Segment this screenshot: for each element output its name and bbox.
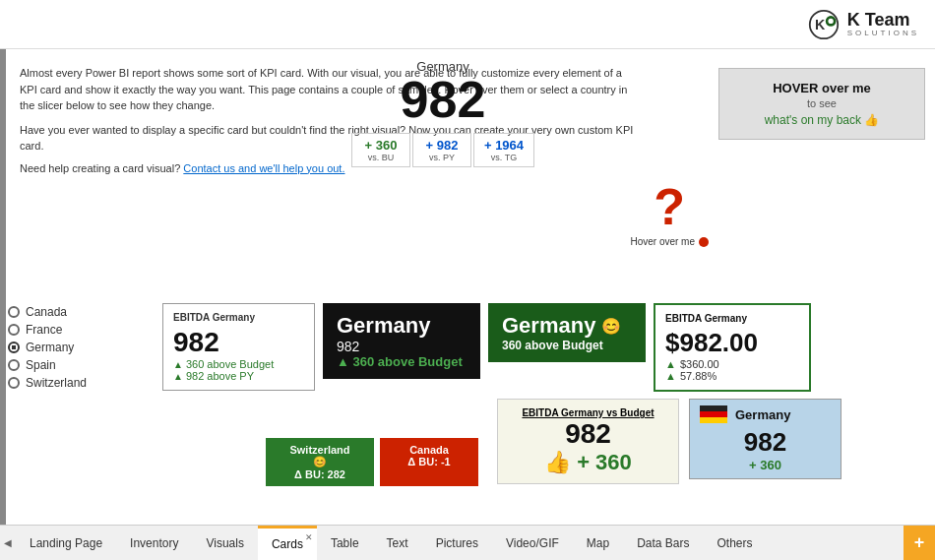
tab-video-gif[interactable]: Video/GIF [492, 526, 573, 560]
logo-icon: K [808, 9, 840, 40]
tab-cards[interactable]: Cards ✕ [258, 526, 317, 560]
card-sm2-delta: Δ BU: -1 [388, 456, 470, 467]
smiley-icon: 😊 [601, 317, 621, 336]
tab-cards-close[interactable]: ✕ [305, 532, 313, 542]
logo-name: K Team [847, 11, 919, 29]
tab-add-button[interactable]: + [904, 526, 935, 560]
hover-box-title: HOVER over me [735, 81, 908, 95]
card4-sub1: ▲ $360.00 [665, 358, 799, 370]
card-germany-black[interactable]: Germany 982 ▲ 360 above Budget [323, 303, 480, 379]
tab-left-arrow[interactable]: ◀ [0, 526, 16, 560]
logo-subtitle: SOLUTIONS [847, 29, 919, 37]
tab-visuals[interactable]: Visuals [192, 526, 257, 560]
ebitda-card-title: EBITDA Germany vs Budget [512, 407, 664, 418]
logo-area: K K Team SOLUTIONS [808, 9, 919, 40]
tab-landing-page[interactable]: Landing Page [16, 526, 116, 560]
smiley-sm-icon: 😊 [313, 456, 327, 468]
card2-value: 982 [337, 339, 467, 354]
arrow-up-icon2: ▲ [173, 371, 183, 382]
card4-title: EBITDA Germany [665, 313, 799, 324]
kpi-badge-py: + 982 vs. PY [412, 133, 471, 167]
tab-others[interactable]: Others [704, 526, 767, 560]
slicer-label-germany: Germany [26, 341, 74, 354]
badge-py-label: vs. PY [423, 153, 461, 162]
left-sidebar-bar [0, 49, 6, 531]
tabbar: ◀ Landing Page Inventory Visuals Cards ✕… [0, 525, 935, 560]
radio-canada[interactable] [8, 306, 20, 318]
badge-bu-label: vs. BU [362, 153, 400, 162]
ebitda-vs-budget-card[interactable]: EBITDA Germany vs Budget 982 👍 + 360 [497, 399, 679, 484]
arrow-green-icon2: ▲ [665, 358, 676, 370]
hover-box-sub: to see [735, 97, 908, 109]
card2-name: Germany [337, 313, 467, 339]
hover-box[interactable]: HOVER over me to see what's on my back 👍 [718, 68, 925, 140]
question-hover-area[interactable]: ? Hover over me [630, 177, 709, 247]
ebitda-card-value: 982 [512, 418, 664, 450]
slicer-label-switzerland: Switzerland [26, 376, 87, 390]
card1-value: 982 [173, 327, 304, 358]
slicer-label-spain: Spain [26, 358, 56, 372]
topbar: K K Team SOLUTIONS [0, 0, 935, 49]
card-germany-green[interactable]: Germany 😊 360 above Budget [488, 303, 646, 362]
kpi-badge-tg: + 1964 vs. TG [473, 133, 534, 167]
badge-tg-label: vs. TG [484, 153, 524, 162]
slicer-item-france[interactable]: France [8, 323, 87, 337]
card-switzerland-small[interactable]: Switzerland 😊 Δ BU: 282 [266, 438, 374, 486]
radio-france[interactable] [8, 324, 20, 336]
bottom-small-cards: Switzerland 😊 Δ BU: 282 Canada Δ BU: -1 [266, 438, 478, 486]
logo-text-area: K Team SOLUTIONS [847, 11, 919, 37]
flag-card-country: Germany [735, 407, 790, 422]
card3-header: Germany 😊 [502, 313, 621, 339]
kpi-value: 982 [315, 74, 571, 125]
tab-table[interactable]: Table [317, 526, 373, 560]
question-mark-icon: ? [654, 177, 685, 236]
hover-label: Hover over me [630, 236, 709, 247]
arrow-up-icon1: ▲ [173, 359, 183, 370]
badge-py-val: + 982 [425, 138, 458, 153]
slicer-item-canada[interactable]: Canada [8, 305, 87, 319]
tab-inventory[interactable]: Inventory [116, 526, 192, 560]
radio-switzerland[interactable] [8, 377, 20, 389]
slicer-item-germany[interactable]: Germany [8, 341, 87, 354]
flag-card-value: 982 [700, 427, 831, 458]
tab-map[interactable]: Map [573, 526, 623, 560]
card4-sub2: ▲ 57.88% [665, 370, 799, 382]
kpi-badge-bu: + 360 vs. BU [351, 133, 410, 167]
slicer-item-spain[interactable]: Spain [8, 358, 87, 372]
flag-card-delta: + 360 [700, 458, 831, 472]
slicer-item-switzerland[interactable]: Switzerland [8, 376, 87, 390]
card-canada-small[interactable]: Canada Δ BU: -1 [380, 438, 478, 486]
card1-sub2: ▲ 982 above PY [173, 370, 304, 382]
card2-sub: ▲ 360 above Budget [337, 354, 467, 369]
kpi-badges: + 360 vs. BU + 982 vs. PY + 1964 vs. TG [315, 133, 571, 167]
card1-title: EBITDA Germany [173, 312, 304, 323]
thumbs-up-icon: 👍 [544, 450, 571, 475]
card-ebitda-green-border[interactable]: EBITDA Germany $982.00 ▲ $360.00 ▲ 57.88… [654, 303, 811, 392]
card1-sub1: ▲ 360 above Budget [173, 358, 304, 370]
tab-pictures[interactable]: Pictures [422, 526, 492, 560]
arrow-green-icon3: ▲ [665, 370, 676, 382]
radio-spain[interactable] [8, 359, 20, 371]
right-panel: HOVER over me to see what's on my back 👍 [718, 64, 925, 140]
slicer-label-france: France [26, 323, 62, 337]
country-slicer: Canada France Germany Spain Switzerland [8, 305, 87, 390]
card3-sub: 360 above Budget [502, 339, 603, 352]
radio-germany[interactable] [8, 342, 20, 353]
badge-tg-val: + 1964 [484, 138, 524, 153]
germany-flag-card[interactable]: Germany 982 + 360 [689, 399, 842, 479]
card-ebitda-white[interactable]: EBITDA Germany 982 ▲ 360 above Budget ▲ … [162, 303, 315, 391]
svg-text:K: K [815, 17, 826, 32]
card-sm1-delta: Δ BU: 282 [274, 468, 366, 480]
tab-data-bars[interactable]: Data Bars [623, 526, 703, 560]
ebitda-card-delta: 👍 + 360 [512, 450, 664, 475]
tab-text[interactable]: Text [373, 526, 422, 560]
hover-box-link: what's on my back 👍 [735, 113, 908, 127]
center-kpi: Germany 982 + 360 vs. BU + 982 vs. PY + … [315, 59, 571, 167]
cards-row: EBITDA Germany 982 ▲ 360 above Budget ▲ … [162, 303, 811, 392]
germany-flag-icon [700, 405, 727, 423]
card-sm1-country: Switzerland [274, 444, 366, 456]
card4-value: $982.00 [665, 328, 799, 358]
slicer-label-canada: Canada [26, 305, 67, 319]
arrow-green-icon: ▲ [337, 354, 352, 369]
card3-name: Germany [502, 313, 595, 339]
